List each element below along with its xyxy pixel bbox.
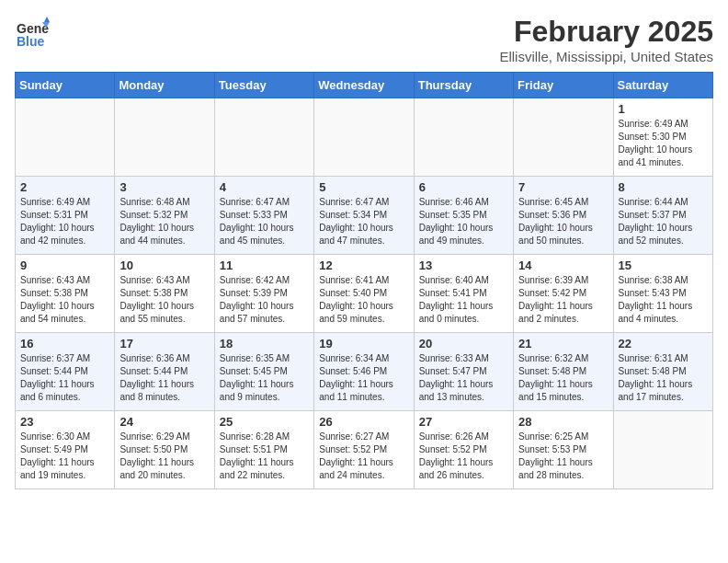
calendar-cell: 11Sunrise: 6:42 AM Sunset: 5:39 PM Dayli… (214, 255, 313, 333)
calendar-cell: 2Sunrise: 6:49 AM Sunset: 5:31 PM Daylig… (16, 177, 115, 255)
day-number: 26 (319, 415, 408, 429)
day-number: 5 (319, 180, 408, 194)
day-number: 25 (220, 415, 309, 429)
calendar-body: 1Sunrise: 6:49 AM Sunset: 5:30 PM Daylig… (16, 98, 713, 489)
weekday-header-thursday: Thursday (414, 73, 513, 98)
day-info: Sunrise: 6:31 AM Sunset: 5:48 PM Dayligh… (619, 352, 708, 404)
logo: General Blue (15, 15, 50, 50)
day-number: 28 (518, 415, 608, 429)
calendar-cell (414, 98, 513, 177)
calendar-cell: 24Sunrise: 6:29 AM Sunset: 5:50 PM Dayli… (115, 411, 214, 489)
day-number: 18 (220, 337, 309, 350)
calendar-cell: 21Sunrise: 6:32 AM Sunset: 5:48 PM Dayli… (514, 333, 613, 411)
calendar-cell: 7Sunrise: 6:45 AM Sunset: 5:36 PM Daylig… (514, 177, 613, 255)
day-number: 19 (319, 337, 408, 350)
day-number: 10 (119, 259, 209, 272)
calendar-cell: 22Sunrise: 6:31 AM Sunset: 5:48 PM Dayli… (613, 333, 712, 411)
calendar-cell: 5Sunrise: 6:47 AM Sunset: 5:34 PM Daylig… (314, 177, 414, 255)
day-info: Sunrise: 6:47 AM Sunset: 5:34 PM Dayligh… (319, 196, 408, 247)
day-info: Sunrise: 6:39 AM Sunset: 5:42 PM Dayligh… (518, 274, 608, 326)
calendar-cell: 27Sunrise: 6:26 AM Sunset: 5:52 PM Dayli… (414, 411, 513, 489)
calendar-week-1: 2Sunrise: 6:49 AM Sunset: 5:31 PM Daylig… (16, 177, 713, 255)
calendar-cell: 4Sunrise: 6:47 AM Sunset: 5:33 PM Daylig… (214, 177, 313, 255)
day-number: 3 (119, 180, 209, 194)
calendar-cell: 8Sunrise: 6:44 AM Sunset: 5:37 PM Daylig… (613, 177, 712, 255)
day-number: 23 (20, 415, 109, 429)
main-title: February 2025 (499, 15, 713, 49)
day-number: 9 (20, 259, 109, 272)
day-info: Sunrise: 6:49 AM Sunset: 5:31 PM Dayligh… (20, 196, 109, 247)
day-number: 1 (619, 102, 708, 116)
calendar-table: SundayMondayTuesdayWednesdayThursdayFrid… (15, 72, 713, 489)
day-info: Sunrise: 6:49 AM Sunset: 5:30 PM Dayligh… (619, 118, 708, 169)
calendar-cell: 26Sunrise: 6:27 AM Sunset: 5:52 PM Dayli… (314, 411, 414, 489)
calendar-cell: 15Sunrise: 6:38 AM Sunset: 5:43 PM Dayli… (613, 255, 712, 333)
day-info: Sunrise: 6:37 AM Sunset: 5:44 PM Dayligh… (20, 352, 109, 404)
calendar-cell: 28Sunrise: 6:25 AM Sunset: 5:53 PM Dayli… (514, 411, 613, 489)
calendar-cell: 16Sunrise: 6:37 AM Sunset: 5:44 PM Dayli… (16, 333, 115, 411)
calendar-cell: 12Sunrise: 6:41 AM Sunset: 5:40 PM Dayli… (314, 255, 414, 333)
day-number: 8 (619, 180, 708, 194)
day-number: 20 (419, 337, 508, 350)
calendar-cell: 6Sunrise: 6:46 AM Sunset: 5:35 PM Daylig… (414, 177, 513, 255)
day-info: Sunrise: 6:43 AM Sunset: 5:38 PM Dayligh… (20, 274, 109, 326)
calendar-cell: 18Sunrise: 6:35 AM Sunset: 5:45 PM Dayli… (214, 333, 313, 411)
logo-icon: General Blue (15, 15, 50, 50)
day-info: Sunrise: 6:35 AM Sunset: 5:45 PM Dayligh… (220, 352, 309, 404)
day-info: Sunrise: 6:41 AM Sunset: 5:40 PM Dayligh… (319, 274, 408, 326)
day-info: Sunrise: 6:40 AM Sunset: 5:41 PM Dayligh… (419, 274, 508, 326)
day-info: Sunrise: 6:30 AM Sunset: 5:49 PM Dayligh… (20, 431, 109, 482)
calendar-cell: 13Sunrise: 6:40 AM Sunset: 5:41 PM Dayli… (414, 255, 513, 333)
day-number: 21 (518, 337, 608, 350)
calendar-cell: 20Sunrise: 6:33 AM Sunset: 5:47 PM Dayli… (414, 333, 513, 411)
calendar-cell: 10Sunrise: 6:43 AM Sunset: 5:38 PM Dayli… (115, 255, 214, 333)
calendar-cell (314, 98, 414, 177)
day-info: Sunrise: 6:46 AM Sunset: 5:35 PM Dayligh… (419, 196, 508, 247)
calendar-cell: 17Sunrise: 6:36 AM Sunset: 5:44 PM Dayli… (115, 333, 214, 411)
page-header: General Blue February 2025 Ellisville, M… (15, 15, 713, 64)
day-info: Sunrise: 6:44 AM Sunset: 5:37 PM Dayligh… (619, 196, 708, 247)
day-info: Sunrise: 6:32 AM Sunset: 5:48 PM Dayligh… (518, 352, 608, 404)
weekday-header-wednesday: Wednesday (314, 73, 414, 98)
title-block: February 2025 Ellisville, Mississippi, U… (499, 15, 713, 64)
weekday-header-tuesday: Tuesday (214, 73, 313, 98)
day-number: 14 (518, 259, 608, 272)
calendar-cell: 9Sunrise: 6:43 AM Sunset: 5:38 PM Daylig… (16, 255, 115, 333)
calendar-cell: 25Sunrise: 6:28 AM Sunset: 5:51 PM Dayli… (214, 411, 313, 489)
calendar-cell: 14Sunrise: 6:39 AM Sunset: 5:42 PM Dayli… (514, 255, 613, 333)
calendar-week-2: 9Sunrise: 6:43 AM Sunset: 5:38 PM Daylig… (16, 255, 713, 333)
weekday-header-sunday: Sunday (16, 73, 115, 98)
day-number: 22 (619, 337, 708, 350)
day-info: Sunrise: 6:33 AM Sunset: 5:47 PM Dayligh… (419, 352, 508, 404)
day-number: 6 (419, 180, 508, 194)
day-number: 13 (419, 259, 508, 272)
day-number: 24 (119, 415, 209, 429)
day-number: 27 (419, 415, 508, 429)
day-info: Sunrise: 6:48 AM Sunset: 5:32 PM Dayligh… (119, 196, 209, 247)
day-info: Sunrise: 6:45 AM Sunset: 5:36 PM Dayligh… (518, 196, 608, 247)
calendar-week-4: 23Sunrise: 6:30 AM Sunset: 5:49 PM Dayli… (16, 411, 713, 489)
weekday-header-friday: Friday (514, 73, 613, 98)
day-info: Sunrise: 6:43 AM Sunset: 5:38 PM Dayligh… (119, 274, 209, 326)
calendar-cell (214, 98, 313, 177)
day-info: Sunrise: 6:26 AM Sunset: 5:52 PM Dayligh… (419, 431, 508, 482)
day-info: Sunrise: 6:42 AM Sunset: 5:39 PM Dayligh… (220, 274, 309, 326)
calendar-cell: 3Sunrise: 6:48 AM Sunset: 5:32 PM Daylig… (115, 177, 214, 255)
day-info: Sunrise: 6:36 AM Sunset: 5:44 PM Dayligh… (119, 352, 209, 404)
day-info: Sunrise: 6:29 AM Sunset: 5:50 PM Dayligh… (119, 431, 209, 482)
calendar-week-3: 16Sunrise: 6:37 AM Sunset: 5:44 PM Dayli… (16, 333, 713, 411)
day-number: 7 (518, 180, 608, 194)
day-number: 11 (220, 259, 309, 272)
day-number: 2 (20, 180, 109, 194)
calendar-cell (514, 98, 613, 177)
calendar-cell (115, 98, 214, 177)
calendar-cell: 23Sunrise: 6:30 AM Sunset: 5:49 PM Dayli… (16, 411, 115, 489)
svg-marker-2 (44, 17, 50, 22)
weekday-header-monday: Monday (115, 73, 214, 98)
calendar-cell: 1Sunrise: 6:49 AM Sunset: 5:30 PM Daylig… (613, 98, 712, 177)
weekday-header-row: SundayMondayTuesdayWednesdayThursdayFrid… (16, 73, 713, 98)
day-number: 16 (20, 337, 109, 350)
svg-text:Blue: Blue (17, 34, 45, 49)
day-info: Sunrise: 6:25 AM Sunset: 5:53 PM Dayligh… (518, 431, 608, 482)
subtitle: Ellisville, Mississippi, United States (499, 49, 713, 64)
